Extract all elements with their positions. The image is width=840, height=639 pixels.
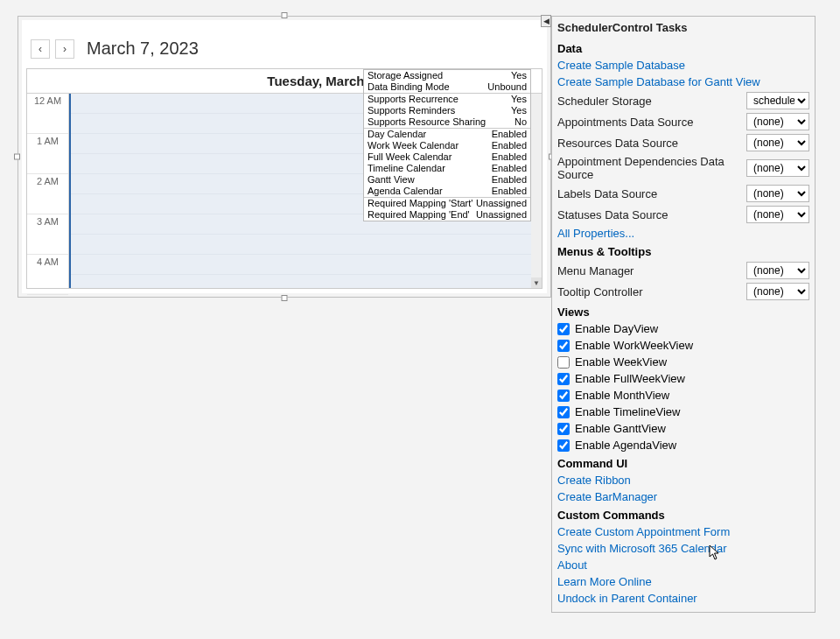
overlay-label: Full Week Calendar [368,151,492,163]
overlay-value: Unassigned [476,198,527,209]
property-label: Resources Data Source [557,137,741,150]
property-select[interactable]: (none) [746,159,809,177]
time-label: 2 AM [27,174,68,214]
view-checkbox-row[interactable]: Enable TimelineView [552,404,815,420]
overlay-value: Unassigned [476,209,527,221]
action-link[interactable]: Create Sample Database for Gantt View [552,74,815,90]
overlay-label: Required Mapping 'Start' [368,198,476,209]
date-title: March 7, 2023 [87,39,199,59]
property-label: Labels Data Source [557,187,741,200]
overlay-label: Required Mapping 'End' [368,209,476,221]
checkbox-label: Enable WorkWeekView [575,339,693,352]
time-label: 1 AM [27,134,68,174]
overlay-row: Agenda CalendarEnabled [364,186,530,197]
overlay-row: Supports RecurrenceYes [364,94,530,105]
checkbox[interactable] [557,356,570,369]
vertical-scrollbar[interactable]: ▲ ▼ [531,69,542,288]
overlay-label: Timeline Calendar [368,163,492,174]
resize-handle-top[interactable] [282,12,288,18]
all-properties-link[interactable]: All Properties... [552,225,815,242]
action-link[interactable]: Create Sample Database [552,57,815,74]
overlay-label: Day Calendar [368,129,492,140]
scroll-down-icon[interactable]: ▼ [531,277,542,288]
checkbox[interactable] [557,390,570,402]
overlay-row: Required Mapping 'Start'Unassigned [364,198,530,209]
checkbox[interactable] [557,323,570,335]
overlay-row: Full Week CalendarEnabled [364,151,530,163]
checkbox[interactable] [557,373,570,385]
property-select[interactable]: (none) [746,134,809,151]
smart-tag-glyph-icon[interactable]: ◀ [541,15,551,27]
checkbox[interactable] [557,340,570,352]
property-label: Scheduler Storage [557,95,741,108]
overlay-row: Supports Resource SharingNo [364,116,530,128]
scheduler-designer-surface[interactable]: ‹ › March 7, 2023 Tuesday, March 7 12 AM… [18,16,551,298]
chevron-right-icon: › [63,43,66,55]
checkbox-label: Enable FullWeekView [575,372,685,385]
overlay-value: Yes [511,94,527,105]
time-label: 12 AM [27,94,68,134]
action-link[interactable]: Sync with Microsoft 365 Calendar [552,540,815,557]
property-select[interactable]: (none) [746,262,809,279]
time-ruler: 12 AM 1 AM 2 AM 3 AM 4 AM [27,69,69,288]
overlay-value: Enabled [492,174,527,186]
checkbox-label: Enable DayView [575,322,658,335]
resize-handle-left[interactable] [14,154,20,160]
scheduler-control[interactable]: ‹ › March 7, 2023 Tuesday, March 7 12 AM… [22,20,547,293]
property-select[interactable]: (none) [746,206,809,223]
property-row: Tooltip Controller(none) [552,281,815,302]
property-select[interactable]: (none) [746,185,809,202]
checkbox-label: Enable TimelineView [575,405,680,418]
checkbox[interactable] [557,423,570,435]
view-checkbox-row[interactable]: Enable WorkWeekView [552,337,815,354]
property-row: Scheduler Storageschedule [552,90,815,111]
overlay-label: Gantt View [368,174,492,186]
overlay-label: Work Week Calendar [368,140,492,151]
checkbox[interactable] [557,439,570,452]
property-row: Labels Data Source(none) [552,183,815,204]
overlay-label: Storage Assigned [368,70,511,81]
section-custom-head: Custom Commands [552,505,815,523]
overlay-value: Unbound [487,81,527,93]
section-data-head: Data [552,39,815,57]
overlay-value: Enabled [492,163,527,174]
view-checkbox-row[interactable]: Enable WeekView [552,354,815,370]
action-link[interactable]: Create Ribbon [552,472,815,488]
property-label: Appointment Dependencies Data Source [557,155,741,181]
view-checkbox-row[interactable]: Enable MonthView [552,387,815,404]
property-row: Appointments Data Source(none) [552,111,815,132]
view-checkbox-row[interactable]: Enable AgendaView [552,437,815,453]
action-link[interactable]: Create BarManager [552,488,815,505]
overlay-row: Supports RemindersYes [364,105,530,116]
overlay-value: Enabled [492,140,527,151]
view-checkbox-row[interactable]: Enable DayView [552,320,815,337]
time-label: 3 AM [27,214,68,255]
overlay-row: Data Binding ModeUnbound [364,81,530,93]
time-label: 4 AM [27,255,68,295]
view-checkbox-row[interactable]: Enable GanttView [552,420,815,437]
overlay-label: Supports Reminders [368,105,511,116]
property-select[interactable]: schedule [746,92,809,109]
section-commandui-head: Command UI [552,453,815,472]
overlay-label: Supports Recurrence [368,94,511,105]
resize-handle-bottom[interactable] [282,295,288,301]
property-row: Appointment Dependencies Data Source(non… [552,153,815,183]
action-link[interactable]: About [552,557,815,573]
chevron-left-icon: ‹ [38,43,42,55]
overlay-label: Data Binding Mode [368,81,487,93]
action-link[interactable]: Learn More Online [552,573,815,590]
property-select[interactable]: (none) [746,113,809,130]
scheduler-day-view[interactable]: Tuesday, March 7 12 AM 1 AM 2 AM 3 AM 4 … [26,68,542,289]
overlay-value: Enabled [492,186,527,197]
prev-button[interactable]: ‹ [31,39,50,59]
view-checkbox-row[interactable]: Enable FullWeekView [552,370,815,387]
overlay-row: Required Mapping 'End'Unassigned [364,209,530,221]
action-link[interactable]: Create Custom Appointment Form [552,523,815,540]
next-button[interactable]: › [55,39,74,59]
overlay-row: Storage AssignedYes [364,70,530,81]
property-select[interactable]: (none) [746,283,809,300]
property-row: Resources Data Source(none) [552,132,815,153]
action-link[interactable]: Undock in Parent Container [552,590,815,607]
property-label: Statuses Data Source [557,208,741,221]
checkbox[interactable] [557,406,570,418]
